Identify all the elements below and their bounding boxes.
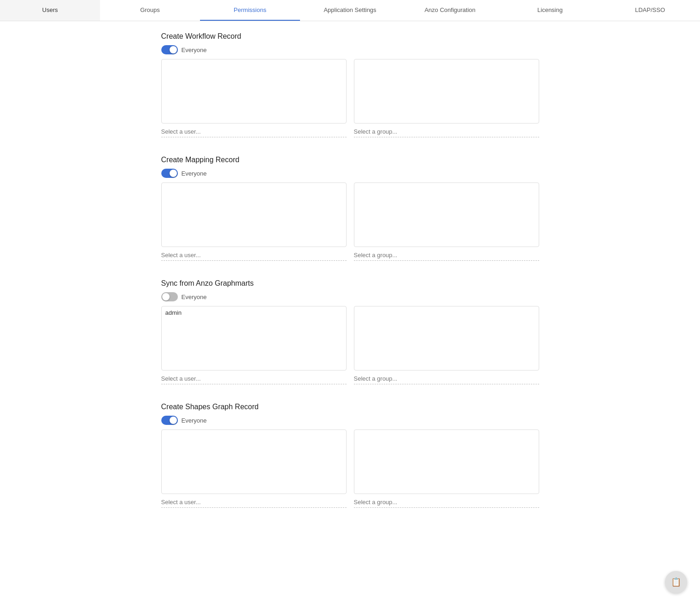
users-box-create-shapes-graph-record[interactable] (161, 429, 347, 494)
select-user-input-create-shapes-graph-record[interactable] (161, 497, 347, 508)
nav-tab-users[interactable]: Users (0, 0, 100, 21)
nav-tab-application-settings[interactable]: Application Settings (300, 0, 400, 21)
groups-box-create-shapes-graph-record[interactable] (354, 429, 539, 494)
select-user-input-create-workflow-record[interactable] (161, 126, 347, 137)
nav-tabs: UsersGroupsPermissionsApplication Settin… (0, 0, 700, 21)
toggle-create-workflow-record[interactable] (161, 45, 178, 54)
nav-tab-licensing[interactable]: Licensing (500, 0, 600, 21)
toggle-thumb-create-mapping-record (170, 170, 177, 177)
groups-box-create-mapping-record[interactable] (354, 182, 539, 247)
toggle-thumb-sync-from-anzo-graphmarts (162, 293, 170, 300)
main-content: Create Workflow RecordEveryoneCreate Map… (143, 21, 558, 537)
toggle-row-create-mapping-record: Everyone (161, 169, 539, 178)
users-box-sync-from-anzo-graphmarts[interactable]: admin (161, 306, 347, 371)
section-create-workflow-record: Create Workflow RecordEveryone (161, 32, 539, 137)
section-create-mapping-record: Create Mapping RecordEveryone (161, 156, 539, 261)
toggle-row-create-workflow-record: Everyone (161, 45, 539, 54)
section-title-sync-from-anzo-graphmarts: Sync from Anzo Graphmarts (161, 279, 539, 288)
toggle-track-create-shapes-graph-record (161, 416, 178, 425)
boxes-row-create-workflow-record (161, 59, 539, 124)
section-create-shapes-graph-record: Create Shapes Graph RecordEveryone (161, 403, 539, 508)
toggle-label-create-mapping-record: Everyone (182, 170, 207, 177)
toggle-create-shapes-graph-record[interactable] (161, 416, 178, 425)
toggle-track-create-workflow-record (161, 45, 178, 54)
toggle-label-create-workflow-record: Everyone (182, 47, 207, 53)
select-group-input-create-workflow-record[interactable] (354, 126, 539, 137)
users-box-create-workflow-record[interactable] (161, 59, 347, 124)
nav-tab-anzo-configuration[interactable]: Anzo Configuration (400, 0, 500, 21)
section-sync-from-anzo-graphmarts: Sync from Anzo GraphmartsEveryoneadmin (161, 279, 539, 384)
selects-row-create-shapes-graph-record (161, 497, 539, 508)
users-box-create-mapping-record[interactable] (161, 182, 347, 247)
groups-box-create-workflow-record[interactable] (354, 59, 539, 124)
toggle-thumb-create-shapes-graph-record (170, 417, 177, 424)
select-group-input-create-mapping-record[interactable] (354, 250, 539, 261)
selects-row-sync-from-anzo-graphmarts (161, 373, 539, 384)
selects-row-create-mapping-record (161, 250, 539, 261)
select-group-input-create-shapes-graph-record[interactable] (354, 497, 539, 508)
nav-tab-permissions[interactable]: Permissions (200, 0, 300, 21)
select-user-input-create-mapping-record[interactable] (161, 250, 347, 261)
select-user-input-sync-from-anzo-graphmarts[interactable] (161, 373, 347, 384)
nav-tab-ldap-sso[interactable]: LDAP/SSO (600, 0, 700, 21)
boxes-row-create-mapping-record (161, 182, 539, 247)
boxes-row-create-shapes-graph-record (161, 429, 539, 494)
toggle-track-create-mapping-record (161, 169, 178, 178)
section-title-create-mapping-record: Create Mapping Record (161, 156, 539, 164)
toggle-create-mapping-record[interactable] (161, 169, 178, 178)
section-title-create-shapes-graph-record: Create Shapes Graph Record (161, 403, 539, 411)
nav-tab-groups[interactable]: Groups (100, 0, 200, 21)
toggle-track-sync-from-anzo-graphmarts (161, 292, 178, 301)
select-group-input-sync-from-anzo-graphmarts[interactable] (354, 373, 539, 384)
toggle-label-create-shapes-graph-record: Everyone (182, 417, 207, 424)
boxes-row-sync-from-anzo-graphmarts: admin (161, 306, 539, 371)
groups-box-sync-from-anzo-graphmarts[interactable] (354, 306, 539, 371)
toggle-row-create-shapes-graph-record: Everyone (161, 416, 539, 425)
section-title-create-workflow-record: Create Workflow Record (161, 32, 539, 41)
toggle-label-sync-from-anzo-graphmarts: Everyone (182, 294, 207, 300)
toggle-thumb-create-workflow-record (170, 46, 177, 53)
toggle-row-sync-from-anzo-graphmarts: Everyone (161, 292, 539, 301)
selects-row-create-workflow-record (161, 126, 539, 137)
toggle-sync-from-anzo-graphmarts[interactable] (161, 292, 178, 301)
